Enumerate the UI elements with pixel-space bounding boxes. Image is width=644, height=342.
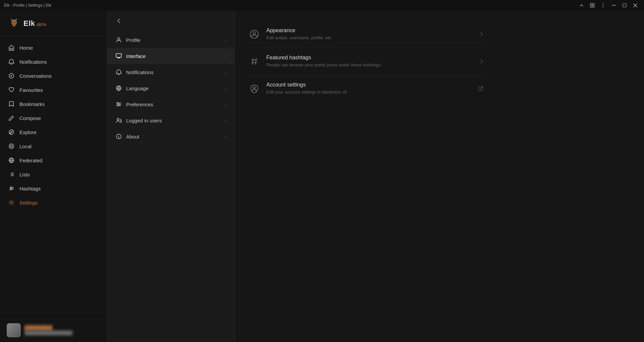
chevron-right-icon-3: › <box>225 69 226 75</box>
chevron-right-icon-6: › <box>225 118 226 123</box>
sidebar-item-compose-label: Compose <box>19 115 41 121</box>
sidebar-item-bookmarks-label: Bookmarks <box>19 101 45 107</box>
content-item-account-text: Account settings Edit your account setti… <box>266 82 347 95</box>
settings-icon <box>8 199 15 206</box>
settings-item-profile-label: Profile <box>126 37 141 43</box>
svg-point-17 <box>118 38 120 40</box>
settings-item-language[interactable]: Language › <box>107 80 234 96</box>
app-alpha-label: alpha <box>37 22 46 27</box>
svg-point-10 <box>15 22 16 23</box>
sidebar-item-favourites-label: Favourites <box>19 87 43 93</box>
chevron-right-icon-2: › <box>225 53 226 59</box>
sidebar-item-explore[interactable]: Explore <box>0 125 107 139</box>
svg-point-6 <box>603 7 603 7</box>
more-button[interactable] <box>598 1 608 10</box>
sidebar-item-bookmarks[interactable]: Bookmarks <box>0 97 107 111</box>
sidebar-item-compose[interactable]: Compose <box>0 111 107 125</box>
sidebar-item-local[interactable]: Local <box>0 139 107 153</box>
more-icon <box>601 3 605 8</box>
content-item-appearance-text: Appearance Edit avatar, username, profil… <box>266 27 332 41</box>
heart-icon <box>8 87 15 93</box>
settings-item-notifications[interactable]: Notifications › <box>107 64 234 80</box>
users-icon <box>115 117 122 124</box>
svg-point-5 <box>603 5 603 6</box>
svg-point-16 <box>11 202 12 204</box>
svg-rect-3 <box>593 6 594 7</box>
chevron-right-icon-4: › <box>225 86 226 91</box>
close-button[interactable] <box>631 1 640 10</box>
settings-item-preferences[interactable]: Preferences › <box>107 96 234 112</box>
content-item-featured-hashtags[interactable]: Featured hashtags People can browse your… <box>248 48 483 75</box>
chevron-up-button[interactable] <box>577 1 586 10</box>
local-icon <box>8 143 15 150</box>
sidebar-item-lists[interactable]: Lists <box>0 167 107 181</box>
hash-icon <box>8 185 15 192</box>
extension-button[interactable] <box>588 1 597 10</box>
settings-item-notifications-left: Notifications <box>115 69 154 75</box>
svg-point-23 <box>117 118 119 120</box>
extension-icon <box>590 3 595 8</box>
svg-rect-8 <box>623 4 626 7</box>
sidebar-item-local-label: Local <box>19 144 32 149</box>
content-item-account-left: Account settings Edit your account setti… <box>248 82 347 95</box>
settings-item-logged-in-users-label: Logged in users <box>126 118 162 123</box>
svg-point-26 <box>253 32 256 35</box>
content-item-appearance-left: Appearance Edit avatar, username, profil… <box>248 27 332 41</box>
hash-content-icon <box>248 55 260 67</box>
settings-menu: Profile › Interface › <box>107 30 234 342</box>
chevron-right-icon-5: › <box>225 102 226 107</box>
svg-rect-7 <box>612 5 616 6</box>
settings-item-profile-left: Profile <box>115 37 141 43</box>
account-external-link <box>478 86 483 91</box>
settings-item-interface-left: Interface <box>115 53 146 59</box>
home-icon <box>8 44 15 51</box>
content-item-hashtags-left: Featured hashtags People can browse your… <box>248 55 382 68</box>
titlebar-title: Elk - Profile | Settings | Elk <box>4 3 51 8</box>
minimize-button[interactable] <box>609 1 619 10</box>
bell-icon <box>8 58 15 65</box>
sidebar-user[interactable]: ███████ ███████████████ <box>0 318 107 342</box>
settings-item-about[interactable]: About › <box>107 128 234 145</box>
settings-panel: Profile › Interface › <box>107 11 235 342</box>
sidebar-logo: Elkalpha <box>0 11 107 37</box>
close-icon <box>633 3 637 7</box>
settings-item-profile[interactable]: Profile › <box>107 32 234 48</box>
titlebar: Elk - Profile | Settings | Elk <box>0 0 644 11</box>
settings-item-about-label: About <box>126 134 139 139</box>
settings-item-interface[interactable]: Interface › <box>107 48 234 64</box>
sidebar-item-hashtags[interactable]: Hashtags <box>0 181 107 195</box>
elk-logo-icon <box>8 17 20 30</box>
shield-person-icon <box>248 82 260 95</box>
chevron-up-icon <box>580 3 584 7</box>
sidebar-item-favourites[interactable]: Favourites <box>0 83 107 97</box>
content-item-appearance[interactable]: Appearance Edit avatar, username, profil… <box>248 21 483 48</box>
hashtags-title: Featured hashtags <box>266 55 382 61</box>
edit-icon <box>8 115 15 121</box>
settings-item-logged-in-users[interactable]: Logged in users › <box>107 112 234 128</box>
sidebar-item-hashtags-label: Hashtags <box>19 186 41 191</box>
maximize-button[interactable] <box>620 1 629 10</box>
sidebar-logo-text: Elkalpha <box>23 19 46 28</box>
user-handle: ███████████████ <box>25 331 100 335</box>
sidebar-item-federated[interactable]: Federated <box>0 153 107 167</box>
app-body: Elkalpha Home <box>0 11 644 342</box>
sidebar-item-conversations[interactable]: Conversations <box>0 69 107 83</box>
content-item-account-settings[interactable]: Account settings Edit your account setti… <box>248 75 483 102</box>
content-panel: Appearance Edit avatar, username, profil… <box>235 11 644 342</box>
list-icon <box>8 171 15 178</box>
sidebar-item-home[interactable]: Home <box>0 41 107 55</box>
hashtags-chevron <box>480 59 483 64</box>
maximize-icon <box>623 3 627 7</box>
language-icon <box>115 85 122 92</box>
sidebar-item-settings[interactable]: Settings <box>0 195 107 210</box>
svg-point-13 <box>9 144 14 149</box>
user-name: ███████ <box>25 325 100 331</box>
svg-rect-0 <box>590 3 592 5</box>
sidebar-item-settings-label: Settings <box>19 200 38 206</box>
settings-item-language-label: Language <box>126 86 149 91</box>
svg-point-22 <box>118 105 119 106</box>
person-circle-icon <box>248 28 260 40</box>
back-button[interactable] <box>115 17 122 24</box>
sidebar-item-notifications[interactable]: Notifications <box>0 55 107 69</box>
appearance-title: Appearance <box>266 27 332 34</box>
